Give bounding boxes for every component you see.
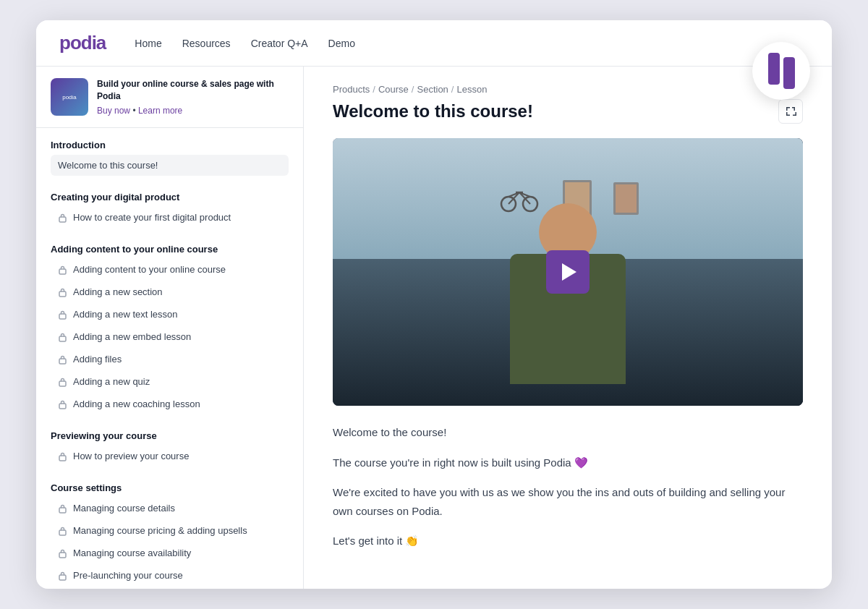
top-nav: podia Home Resources Creator Q+A Demo — [36, 20, 832, 67]
play-button[interactable] — [546, 250, 590, 294]
podia-floating-icon[interactable] — [752, 42, 810, 100]
sidebar-item[interactable]: Managing course pricing & adding upsells — [51, 520, 289, 541]
content-area: Products / Course / Section / Lesson Wel… — [304, 67, 832, 589]
svg-rect-4 — [59, 336, 66, 341]
sidebar-section: Adding content to your online courseAddi… — [36, 232, 303, 419]
svg-rect-8 — [59, 456, 66, 461]
sidebar-item-label: Adding a new coaching lesson — [73, 399, 200, 409]
promo-content: Build your online course & sales page wi… — [97, 78, 289, 116]
lock-icon — [58, 571, 67, 581]
desc-line-1: Welcome to the course! — [333, 423, 803, 442]
sidebar-section: Course settingsManaging course detailsMa… — [36, 471, 303, 589]
sidebar-item-label: Managing course details — [73, 503, 175, 514]
sidebar-item[interactable]: Publishing your course — [51, 587, 289, 589]
svg-rect-5 — [59, 359, 66, 364]
promo-title: Build your online course & sales page wi… — [97, 78, 289, 103]
sidebar-item[interactable]: Adding a new text lesson — [51, 304, 289, 325]
sidebar-section: IntroductionWelcome to this course! — [36, 128, 303, 180]
svg-rect-1 — [59, 269, 66, 274]
lock-icon — [58, 332, 67, 342]
sidebar-item[interactable]: Adding a new quiz — [51, 371, 289, 392]
sidebar-item-label: Managing course availability — [73, 548, 191, 558]
lock-icon — [58, 503, 67, 514]
sidebar-item-label: Pre-launching your course — [73, 570, 183, 581]
lock-icon — [58, 354, 67, 365]
sidebar-item-label: Adding a new section — [73, 286, 163, 297]
sidebar-item[interactable]: Adding files — [51, 349, 289, 370]
svg-rect-0 — [59, 217, 66, 222]
nav-resources[interactable]: Resources — [182, 38, 231, 49]
play-triangle-icon — [562, 263, 576, 281]
svg-rect-11 — [59, 553, 66, 558]
sidebar-section: Creating your digital productHow to crea… — [36, 180, 303, 232]
lock-icon — [58, 526, 67, 536]
sidebar-section-title: Course settings — [51, 482, 289, 493]
sidebar-item[interactable]: Pre-launching your course — [51, 565, 289, 586]
podia-bar-left — [768, 53, 780, 85]
promo-thumbnail: podia — [51, 78, 88, 116]
page-title: Welcome to this course! — [333, 101, 533, 122]
sidebar-sections: IntroductionWelcome to this course!Creat… — [36, 128, 303, 589]
sidebar: podia Build your online course & sales p… — [36, 67, 304, 589]
sidebar-section-title: Introduction — [51, 140, 289, 150]
lock-icon — [58, 548, 67, 558]
learn-more-link[interactable]: Learn more — [138, 106, 182, 116]
sidebar-item-label: Adding content to your online course — [73, 264, 226, 275]
nav-links: Home Resources Creator Q+A Demo — [135, 38, 355, 49]
breadcrumb-products[interactable]: Products — [333, 84, 370, 95]
sidebar-item-label: Managing course pricing & adding upsells — [73, 525, 247, 536]
lock-icon — [58, 377, 67, 387]
video-container[interactable] — [333, 138, 803, 406]
sidebar-item[interactable]: Adding a new embed lesson — [51, 326, 289, 347]
lock-icon — [58, 265, 67, 275]
desc-line-4: Let's get into it 👏 — [333, 532, 803, 550]
person-silhouette — [467, 203, 669, 406]
sidebar-item-label: Adding files — [73, 354, 122, 365]
lock-icon — [58, 287, 67, 297]
main-layout: podia Build your online course & sales p… — [36, 67, 832, 589]
sidebar-section: Previewing your courseHow to preview you… — [36, 419, 303, 471]
svg-rect-10 — [59, 530, 66, 535]
sidebar-item[interactable]: Adding content to your online course — [51, 259, 289, 280]
sidebar-section-title: Previewing your course — [51, 430, 289, 441]
expand-button[interactable] — [778, 99, 803, 124]
course-description: Welcome to the course! The course you're… — [333, 423, 803, 550]
promo-card: podia Build your online course & sales p… — [36, 67, 303, 128]
sidebar-item[interactable]: Adding a new coaching lesson — [51, 393, 289, 414]
nav-home[interactable]: Home — [135, 38, 161, 49]
page-title-row: Welcome to this course! — [333, 99, 803, 124]
expand-icon — [785, 106, 796, 117]
sidebar-section-title: Adding content to your online course — [51, 244, 289, 255]
sidebar-item[interactable]: Adding a new section — [51, 281, 289, 302]
svg-rect-6 — [59, 381, 66, 386]
sidebar-section-title: Creating your digital product — [51, 192, 289, 203]
svg-rect-9 — [59, 508, 66, 513]
lock-icon — [58, 451, 67, 461]
desc-line-2: The course you're in right now is built … — [333, 453, 803, 472]
sidebar-item[interactable]: Managing course details — [51, 498, 289, 519]
sidebar-item-label: Adding a new quiz — [73, 376, 150, 387]
breadcrumb: Products / Course / Section / Lesson — [333, 84, 803, 95]
sidebar-item[interactable]: How to create your first digital product — [51, 207, 289, 228]
breadcrumb-section[interactable]: Section — [417, 84, 448, 95]
sidebar-item[interactable]: How to preview your course — [51, 446, 289, 467]
sidebar-item-label: Adding a new embed lesson — [73, 331, 191, 342]
breadcrumb-lesson[interactable]: Lesson — [456, 84, 487, 95]
svg-rect-2 — [59, 291, 66, 297]
sidebar-item-label: Adding a new text lesson — [73, 309, 178, 320]
svg-rect-12 — [59, 575, 66, 580]
sidebar-item[interactable]: Welcome to this course! — [51, 155, 289, 176]
promo-actions: Buy now • Learn more — [97, 106, 289, 116]
breadcrumb-course[interactable]: Course — [378, 84, 409, 95]
nav-demo[interactable]: Demo — [328, 38, 355, 49]
buy-now-link[interactable]: Buy now — [97, 106, 130, 116]
sidebar-item[interactable]: Managing course availability — [51, 542, 289, 563]
browser-window: podia Home Resources Creator Q+A Demo po… — [36, 20, 832, 589]
sidebar-item-label: How to create your first digital product — [73, 212, 231, 223]
sidebar-item-label: How to preview your course — [73, 451, 189, 461]
nav-creator-qa[interactable]: Creator Q+A — [251, 38, 308, 49]
logo[interactable]: podia — [59, 32, 106, 54]
lock-icon — [58, 310, 67, 320]
svg-rect-3 — [59, 314, 66, 319]
svg-rect-7 — [59, 404, 66, 409]
